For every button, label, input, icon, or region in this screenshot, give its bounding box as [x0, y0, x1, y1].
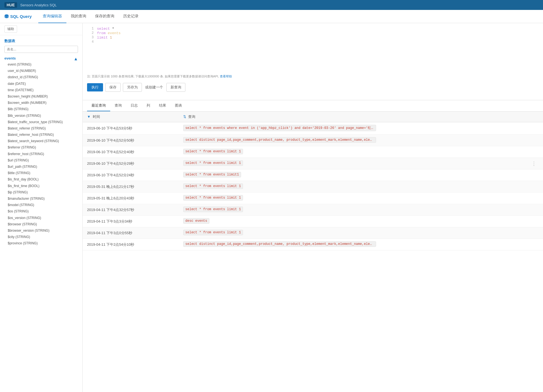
tree-child-item[interactable]: time (DATETIME)	[4, 87, 78, 93]
tree-child-item[interactable]: $city (STRING)	[4, 234, 78, 240]
cell-query[interactable]: desc events	[179, 216, 525, 227]
cell-time: 2019-05-31 晚上6点21分17秒	[83, 181, 179, 193]
help-tab-button[interactable]: 辅助	[4, 25, 17, 33]
tree-root-events[interactable]: events	[4, 56, 16, 60]
tree-child-item[interactable]: $manufacturer (STRING)	[4, 196, 78, 202]
tree-child-item[interactable]: $url (STRING)	[4, 157, 78, 164]
query-tag[interactable]: select * from events limit 1	[183, 149, 243, 154]
results-body: 2019-06-10 下午4点53分5秒select * from events…	[83, 122, 543, 250]
cell-more	[525, 169, 543, 181]
cell-query[interactable]: select * from events where event in ('ap…	[179, 122, 525, 135]
tab-history[interactable]: 历史记录	[119, 10, 143, 23]
query-tag[interactable]: select * from events limit 1	[183, 230, 243, 235]
cell-query[interactable]: select * from events limit1	[179, 169, 525, 181]
results-tabs: 最近查询 查询 日志 列 结果 图表	[83, 100, 543, 112]
cell-query[interactable]: select * from events limit 1	[179, 158, 525, 169]
result-tab-recent[interactable]: 最近查询	[87, 100, 110, 111]
more-options-icon[interactable]: ⋮	[529, 160, 539, 167]
col-query[interactable]: ⇅ 查询	[179, 112, 525, 122]
tree-child-item[interactable]: $latest_referrer (STRING)	[4, 125, 78, 132]
table-row: 2019-06-10 下午4点52分50秒select distinct pag…	[83, 135, 543, 146]
tree-child-item[interactable]: user_id (NUMBER)	[4, 68, 78, 74]
tree-child-item[interactable]: $latest_traffic_source_type (STRING)	[4, 119, 78, 125]
query-tag[interactable]: select * from events limit 1	[183, 183, 243, 189]
result-tab-columns[interactable]: 列	[142, 100, 155, 111]
tree-child-item[interactable]: $os (STRING)	[4, 208, 78, 215]
result-tab-query[interactable]: 查询	[110, 100, 126, 111]
tree-child-item[interactable]: $url_path (STRING)	[4, 164, 78, 170]
tree-child-item[interactable]: $latest_referrer_host (STRING)	[4, 132, 78, 138]
tree-child-item[interactable]: $model (STRING)	[4, 202, 78, 208]
tree-child-item[interactable]: $referrer_host (STRING)	[4, 151, 78, 157]
collapse-icon[interactable]: ▲	[74, 56, 78, 61]
new-query-button[interactable]: 新查询	[166, 83, 185, 92]
tree-child-item[interactable]: $is_first_time (BOOL)	[4, 183, 78, 189]
tree-child-item[interactable]: $title (STRING)	[4, 170, 78, 176]
app-title: Sensors Analytics SQL	[20, 3, 57, 7]
editor-panel: 1 select * 2 from events 3 limit 1 4 注: …	[83, 23, 543, 100]
table-search-input[interactable]	[4, 46, 78, 53]
cell-query[interactable]: select * from events limit 1	[179, 181, 525, 193]
tree-child-item[interactable]: $lib_version (STRING)	[4, 113, 78, 119]
tree-child-item[interactable]: $is_first_day (BOOL)	[4, 176, 78, 183]
col-time[interactable]: ▼ 时间	[83, 112, 179, 122]
tree-child-item[interactable]: date (DATE)	[4, 81, 78, 87]
tab-query-editor[interactable]: 查询编辑器	[38, 10, 66, 23]
result-tab-chart[interactable]: 图表	[171, 100, 187, 111]
tree-child-item[interactable]: distinct_id (STRING)	[4, 74, 78, 80]
tree-child-item[interactable]: event (STRING)	[4, 61, 78, 68]
editor-toolbar: 执行 保存 另存为 或创建一个 新查询	[83, 81, 543, 96]
tab-saved-queries[interactable]: 保存的查询	[91, 10, 119, 23]
cell-query[interactable]: select * from events limit 1	[179, 193, 525, 204]
cell-more	[525, 181, 543, 193]
tree-child-item[interactable]: $ip (STRING)	[4, 189, 78, 196]
query-tag[interactable]: select * from events where event in ('ap…	[183, 125, 376, 131]
query-tag[interactable]: select * from events limit 1	[183, 195, 243, 201]
query-tag[interactable]: desc events	[183, 218, 209, 224]
table-row: 2019-06-10 下午4点52分40秒select * from event…	[83, 146, 543, 158]
query-tag[interactable]: select * from events limit 1	[183, 160, 243, 166]
query-tag[interactable]: select * from events limit 1	[183, 207, 243, 212]
tree-child-item[interactable]: $browser (STRING)	[4, 221, 78, 228]
cell-time: 2019-06-10 下午4点52分40秒	[83, 146, 179, 158]
tree-child-item[interactable]: $referrer (STRING)	[4, 144, 78, 151]
brand-title: SQL Query	[10, 14, 32, 19]
save-button[interactable]: 保存	[105, 83, 121, 92]
cell-query[interactable]: select * from events limit 1	[179, 204, 525, 216]
cell-time: 2019-06-10 下午4点52分24秒	[83, 169, 179, 181]
tree-child-item[interactable]: $province (STRING)	[4, 240, 78, 247]
tree-child-item[interactable]: $lib (STRING)	[4, 106, 78, 112]
cell-more: ⋮	[525, 158, 543, 169]
create-new-text: 或创建一个	[144, 83, 164, 91]
query-tag[interactable]: select distinct page_id,page_comment,pro…	[183, 241, 376, 247]
tree-child-item[interactable]: $screen_height (NUMBER)	[4, 93, 78, 100]
secondary-nav: ⛃ SQL Query 查询编辑器 我的查询 保存的查询 历史记录	[0, 10, 543, 23]
results-table: ▼ 时间 ⇅ 查询 2019-06-10 下午4点53分5秒select * f…	[83, 112, 543, 250]
tree-child-item[interactable]: $os_version (STRING)	[4, 215, 78, 221]
cell-query[interactable]: select distinct page_id,page_comment,pro…	[179, 239, 525, 250]
cell-query[interactable]: select * from events limit 1	[179, 146, 525, 158]
tree-child-item[interactable]: $latest_search_keyword (STRING)	[4, 138, 78, 144]
result-tab-results[interactable]: 结果	[155, 100, 171, 111]
cell-time: 2019-04-11 下午2点54分10秒	[83, 239, 179, 250]
tree-children: event (STRING)user_id (NUMBER)distinct_i…	[4, 61, 78, 247]
query-tag[interactable]: select * from events limit1	[183, 172, 241, 177]
table-row: 2019-04-11 下午4点32分57秒select * from event…	[83, 204, 543, 216]
sidebar-search-area	[0, 46, 82, 55]
tab-my-queries[interactable]: 我的查询	[66, 10, 91, 23]
editor-help-link[interactable]: 查看帮助	[220, 75, 232, 78]
results-panel: 最近查询 查询 日志 列 结果 图表 ▼ 时间	[83, 100, 543, 392]
cell-query[interactable]: select * from events limit 1	[179, 227, 525, 239]
table-row: 2019-04-11 下午3点3分34秒desc events	[83, 216, 543, 227]
result-tab-log[interactable]: 日志	[126, 100, 142, 111]
save-as-button[interactable]: 另存为	[123, 83, 142, 92]
sidebar-help-section: 辅助	[0, 23, 82, 35]
execute-button[interactable]: 执行	[87, 83, 103, 91]
tree-child-item[interactable]: $browser_version (STRING)	[4, 228, 78, 234]
tree-child-item[interactable]: $screen_width (NUMBER)	[4, 100, 78, 106]
cell-more	[525, 239, 543, 250]
cell-time: 2019-06-10 下午4点53分5秒	[83, 122, 179, 135]
cell-query[interactable]: select distinct page_id,page_comment,pro…	[179, 135, 525, 146]
code-editor[interactable]: 1 select * 2 from events 3 limit 1 4	[83, 23, 543, 73]
query-tag[interactable]: select distinct page_id,page_comment,pro…	[183, 137, 376, 143]
